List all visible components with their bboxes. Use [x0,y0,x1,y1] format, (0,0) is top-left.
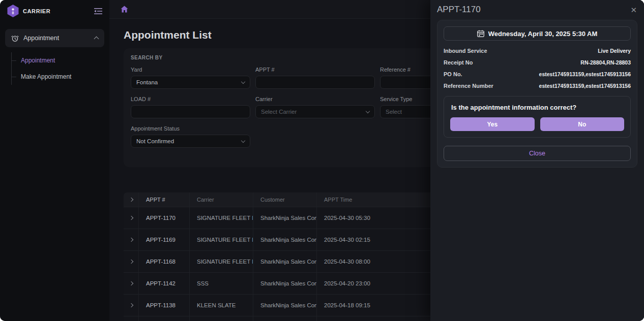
close-icon[interactable]: ✕ [630,6,637,14]
appointment-status-select[interactable]: Not Confirmed [131,135,250,148]
load-number-label: LOAD # [131,96,250,102]
sidebar-item-make-appointment[interactable]: Make Appointment [12,69,104,85]
cell-customer: SharkNinja Sales Company [253,229,317,250]
yard-value: Fontana [136,79,158,85]
appt-number-input-wrap [255,76,375,89]
no-button[interactable]: No [540,117,625,131]
cell-carrier: SIGNATURE FLEET LLC [190,229,253,250]
sidebar-item-appointment[interactable]: Appointment [12,52,104,69]
carrier-placeholder: Select Carrier [261,109,297,115]
appointment-status-value: Not Confirmed [136,138,174,144]
column-header-carrier: Carrier [190,192,253,207]
chevron-down-icon [366,109,370,113]
carrier-select[interactable]: Select Carrier [255,105,375,118]
info-label: PO No. [444,71,462,77]
chevron-right-icon [129,260,133,264]
alarm-clock-icon [11,35,19,42]
appointment-detail-card: Wednesday, April 30, 2025 5:30 AM Inboun… [437,20,637,168]
expander-column-header [124,192,139,207]
sidebar: CARRIER Appointment Appointment Mak [0,0,109,321]
yard-label: Yard [131,67,250,73]
brand-name: CARRIER [23,8,90,14]
close-button[interactable]: Close [444,146,631,161]
cell-customer: SharkNinja Sales Company [253,251,317,272]
chevron-right-icon [129,303,133,307]
cell-appt: APPT-80143 [139,316,190,321]
row-expander[interactable] [124,229,139,250]
cell-appt: APPT-1138 [139,295,190,316]
sidebar-menu: Appointment Appointment Make Appointment [0,22,109,85]
yard-select[interactable]: Fontana [131,76,250,89]
sidebar-submenu: Appointment Make Appointment [11,52,104,85]
chevron-right-icon [129,238,133,242]
cell-carrier: SSS [190,273,253,294]
chevron-up-icon [94,37,99,42]
confirmation-question: Is the appointment information correct? [451,104,624,111]
appointment-info-rows: Inbound Service Live Delivery Receipt No… [444,45,631,91]
appt-number-label: APPT # [255,67,375,73]
appointment-datetime: Wednesday, April 30, 2025 5:30 AM [488,30,598,38]
carrier-logo-icon [7,5,19,17]
yard-field: Yard Fontana [131,67,250,89]
info-label: Reference Number [444,83,493,89]
info-row-receipt-no: Receipt No RN-28804,RN-28803 [444,56,631,68]
row-expander[interactable] [124,273,139,294]
yes-button[interactable]: Yes [450,117,535,131]
row-expander[interactable] [124,295,139,316]
load-number-input-wrap [131,105,250,118]
home-icon[interactable] [121,6,128,13]
chevron-down-icon [241,79,245,83]
row-expander[interactable] [124,251,139,272]
sidebar-item-appointment-group[interactable]: Appointment [5,29,104,47]
cell-appt: APPT-1170 [139,207,190,229]
info-label: Inbound Service [444,48,487,54]
column-header-appt: APPT # [139,192,190,207]
info-row-po-no: PO No. estest1745913159,estest1745913156 [444,68,631,80]
info-row-reference-number: Reference Number estest1745913159,estest… [444,80,631,91]
cell-carrier: KLEEN SLATE [190,295,253,316]
appointment-datetime-button[interactable]: Wednesday, April 30, 2025 5:30 AM [444,26,631,41]
brand-row: CARRIER [0,0,109,22]
cell-carrier: SIGNATURE FLEET LLC [190,251,253,272]
info-row-inbound-service: Inbound Service Live Delivery [444,45,631,56]
cell-appt: APPT-1169 [139,229,190,250]
carrier-field: Carrier Select Carrier [255,96,375,118]
appt-number-input[interactable] [261,76,369,88]
cell-customer: SharkNinja Sales Company [253,273,317,294]
confirmation-section: Is the appointment information correct? … [444,96,631,138]
appointment-status-label: Appointment Status [131,125,250,132]
cell-appt: APPT-1142 [139,273,190,294]
service-type-placeholder: Select [386,109,402,115]
appointment-detail-drawer: APPT-1170 ✕ Wednesday, April 30, 2025 5:… [430,0,644,321]
column-header-customer: Customer [253,192,317,207]
appt-number-field: APPT # [255,67,375,89]
cell-customer: SharkNinja Sales Company [253,295,317,316]
calendar-icon [477,30,484,37]
row-expander[interactable] [124,316,139,321]
appointment-status-field: Appointment Status Not Confirmed [131,125,250,148]
info-label: Receipt No [444,59,473,66]
row-expander[interactable] [124,207,139,229]
cell-appt: APPT-1168 [139,251,190,272]
drawer-title: APPT-1170 [437,5,481,15]
info-value: RN-28804,RN-28803 [580,59,631,66]
cell-customer: SharkNinja Sales Company [253,207,317,229]
sidebar-item-label: Appointment [23,35,90,42]
load-number-field: LOAD # [131,96,250,118]
chevron-right-icon [129,216,133,220]
drawer-header: APPT-1170 ✕ [430,0,644,19]
chevron-right-icon [129,198,133,202]
confirmation-buttons: Yes No [450,117,624,131]
cell-carrier: US XPRESS INC [190,316,253,321]
app-window: CARRIER Appointment Appointment Mak [0,0,644,321]
chevron-down-icon [241,138,245,142]
cell-carrier: SIGNATURE FLEET LLC [190,207,253,229]
info-value: estest1745913159,estest1745913156 [539,71,631,77]
info-value: estest1745913159,estest1745913156 [539,83,631,89]
carrier-label: Carrier [255,96,375,102]
chevron-right-icon [129,281,133,285]
collapse-sidebar-icon[interactable] [94,8,102,15]
info-value: Live Delivery [598,48,631,54]
cell-customer: SharkNinja Sales Company [253,316,317,321]
load-number-input[interactable] [136,106,245,118]
